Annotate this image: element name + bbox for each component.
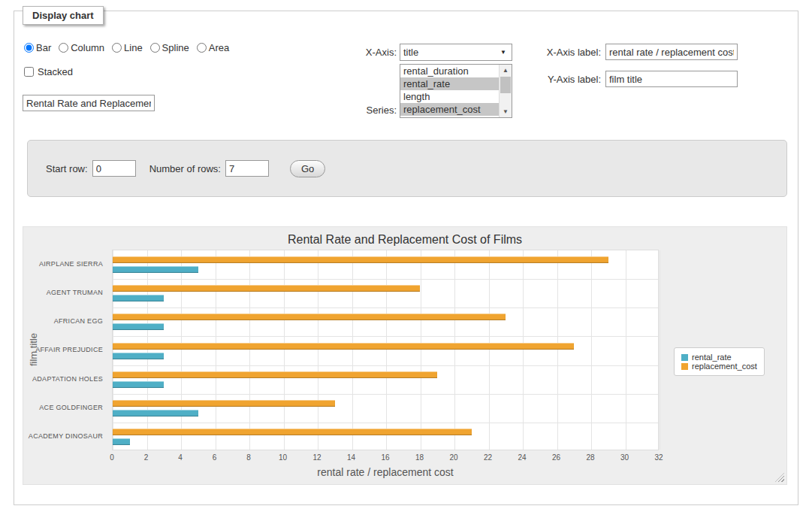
category-label: AFRICAN EGG — [23, 307, 103, 335]
chart-type-area[interactable]: Area — [197, 42, 229, 53]
v-gridline — [626, 250, 626, 450]
y-axis-label-input[interactable] — [605, 71, 738, 87]
y-axis-label-label: Y-Axis label: — [520, 74, 601, 85]
x-axis-label-input[interactable] — [605, 44, 738, 60]
x-tick-label: 0 — [110, 453, 114, 462]
scroll-down-icon[interactable]: ▼ — [500, 106, 512, 117]
series-option-length[interactable]: length — [400, 90, 499, 103]
category-label: ADAPTATION HOLES — [23, 365, 103, 393]
x-tick-label: 26 — [552, 453, 560, 462]
chart-type-radio-line[interactable] — [112, 43, 122, 53]
x-tick-label: 28 — [586, 453, 594, 462]
chart-type-bar[interactable]: Bar — [24, 42, 51, 53]
chart-type-radio-bar[interactable] — [24, 43, 34, 53]
x-tick-label: 16 — [381, 453, 389, 462]
bar-replacement_cost — [113, 371, 437, 378]
plot-area — [112, 250, 659, 450]
start-row-input[interactable] — [92, 160, 136, 177]
category-label: ACADEMY DINOSAUR — [23, 422, 103, 450]
x-axis-ticks: 02468101214161820222426283032 — [112, 453, 659, 464]
stacked-label: Stacked — [38, 66, 73, 77]
v-gridline — [249, 250, 250, 450]
legend-item-rental_rate[interactable]: rental_rate — [681, 353, 757, 362]
h-gridline — [113, 365, 658, 366]
bar-rental_rate — [113, 410, 198, 417]
chart-type-spline[interactable]: Spline — [150, 42, 189, 53]
legend-label: replacement_cost — [692, 362, 757, 371]
x-tick-label: 30 — [620, 453, 629, 462]
x-tick-label: 32 — [654, 453, 663, 462]
x-axis-label-label: X-Axis label: — [520, 47, 601, 58]
bar-rental_rate — [113, 381, 164, 388]
v-gridline — [284, 250, 285, 450]
series-option-replacement_cost[interactable]: replacement_cost — [400, 103, 499, 116]
v-gridline — [216, 250, 216, 450]
category-label: AIRPLANE SIERRA — [23, 250, 103, 278]
stacked-checkbox[interactable] — [24, 67, 34, 77]
bar-replacement_cost — [113, 429, 472, 435]
bar-rental_rate — [113, 266, 198, 273]
scrollbar-thumb[interactable] — [500, 77, 511, 93]
resize-handle-icon[interactable] — [775, 473, 784, 482]
chart-title: Rental Rate and Replacement Cost of Film… — [23, 233, 786, 247]
series-listbox[interactable]: rental_durationrental_ratelengthreplacem… — [400, 64, 512, 118]
v-gridline — [523, 250, 524, 450]
start-row-label: Start row: — [46, 163, 88, 174]
num-rows-label: Number of rows: — [149, 163, 221, 174]
h-gridline — [113, 308, 658, 308]
h-gridline — [113, 336, 658, 337]
legend-swatch — [681, 354, 688, 361]
x-tick-label: 4 — [178, 453, 183, 462]
go-button[interactable]: Go — [290, 160, 325, 177]
bar-replacement_cost — [113, 343, 574, 350]
category-labels: AIRPLANE SIERRAAGENT TRUMANAFRICAN EGGAF… — [23, 250, 107, 450]
series-options: rental_durationrental_ratelengthreplacem… — [400, 65, 499, 116]
chart-type-column[interactable]: Column — [59, 42, 104, 53]
legend-label: rental_rate — [692, 353, 732, 362]
x-tick-label: 6 — [213, 453, 217, 462]
chart-type-radio-spline[interactable] — [150, 43, 160, 53]
bar-rental_rate — [113, 295, 164, 301]
v-gridline — [557, 250, 558, 450]
bar-replacement_cost — [113, 256, 608, 263]
v-gridline — [113, 250, 113, 450]
v-gridline — [147, 250, 148, 450]
x-tick-label: 24 — [518, 453, 526, 462]
bar-rental_rate — [113, 353, 164, 359]
bar-rental_rate — [113, 438, 130, 445]
chart-type-radio-column[interactable] — [59, 43, 68, 53]
chart-type-radio-label: Area — [209, 42, 229, 53]
bar-rental_rate — [113, 323, 164, 330]
listbox-scrollbar[interactable]: ▲ ▼ — [499, 65, 512, 117]
bar-replacement_cost — [113, 400, 335, 407]
x-axis-select[interactable]: title — [400, 44, 512, 61]
v-gridline — [454, 250, 455, 450]
series-option-rental_rate[interactable]: rental_rate — [400, 77, 499, 90]
x-tick-label: 12 — [312, 453, 321, 462]
chart-type-radio-label: Column — [71, 42, 104, 53]
x-axis-select-label: X-Axis: — [315, 47, 397, 58]
legend-item-replacement_cost[interactable]: replacement_cost — [681, 362, 757, 371]
scroll-up-icon[interactable]: ▲ — [500, 65, 512, 76]
v-gridline — [489, 250, 490, 450]
chart-title-input[interactable] — [23, 95, 155, 111]
chart-container: Rental Rate and Replacement Cost of Film… — [23, 226, 787, 485]
chart-type-radio-label: Spline — [162, 42, 189, 53]
h-gridline — [113, 423, 658, 423]
v-gridline — [591, 250, 592, 450]
x-tick-label: 10 — [279, 453, 287, 462]
x-axis-title: rental rate / replacement cost — [112, 466, 659, 478]
chart-type-radio-area[interactable] — [197, 43, 207, 53]
stacked-option[interactable]: Stacked — [24, 66, 73, 77]
chart-type-line[interactable]: Line — [112, 42, 143, 53]
x-tick-label: 2 — [144, 453, 149, 462]
fieldset-legend: Display chart — [23, 6, 104, 25]
rows-panel: Start row: Number of rows: Go — [27, 140, 787, 197]
bar-replacement_cost — [113, 314, 506, 320]
num-rows-input[interactable] — [225, 160, 269, 177]
h-gridline — [113, 394, 658, 395]
series-option-rental_duration[interactable]: rental_duration — [400, 65, 499, 77]
category-label: AGENT TRUMAN — [23, 278, 103, 307]
chart-type-radio-label: Line — [124, 42, 143, 53]
chart-legend: rental_ratereplacement_cost — [674, 347, 765, 376]
